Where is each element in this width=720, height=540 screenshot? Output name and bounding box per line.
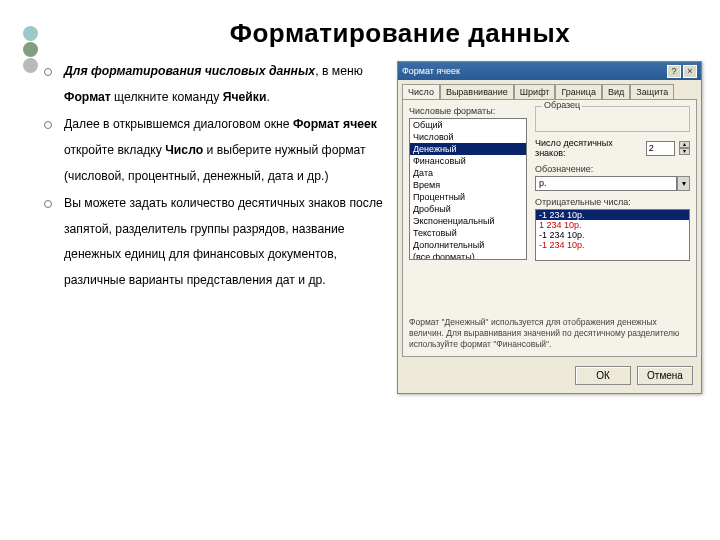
list-item[interactable]: Дробный (410, 203, 526, 215)
list-item[interactable]: (все форматы) (410, 251, 526, 260)
list-item[interactable]: -1 234 10р. (536, 230, 689, 240)
dialog-buttons: ОК Отмена (398, 361, 701, 393)
list-item[interactable]: -1 234 10р. (536, 240, 689, 250)
tab-protection[interactable]: Защита (630, 84, 674, 99)
slide: Форматирование данных Для форматирования… (0, 0, 720, 540)
chevron-down-icon[interactable]: ▾ (677, 176, 690, 191)
list-item[interactable]: Текстовый (410, 227, 526, 239)
list-item[interactable]: 1 234 10р. (536, 220, 689, 230)
dialog-screenshot: Формат ячеек ? × Число Выравнивание Шриф… (397, 59, 702, 394)
decimals-label: Число десятичных знаков: (535, 138, 642, 158)
dialog-titlebar[interactable]: Формат ячеек ? × (398, 62, 701, 80)
negative-label: Отрицательные числа: (535, 197, 690, 207)
bullet-2: Далее в открывшемся диалоговом окне Форм… (50, 112, 383, 189)
list-item-selected[interactable]: -1 234 10р. (536, 210, 689, 220)
slide-title: Форматирование данных (80, 18, 720, 49)
bullet-list: Для форматирования числовых данных, в ме… (50, 59, 383, 394)
dialog-title: Формат ячеек (402, 66, 665, 76)
options-pane: Образец Число десятичных знаков: 2 ▴▾ Об… (535, 106, 690, 261)
list-item[interactable]: Дополнительный (410, 239, 526, 251)
spin-buttons[interactable]: ▴▾ (679, 141, 690, 155)
list-item[interactable]: Экспоненциальный (410, 215, 526, 227)
chevron-down-icon[interactable]: ▾ (679, 148, 690, 155)
formats-listbox[interactable]: Общий Числовой Денежный Финансовый Дата … (409, 118, 527, 260)
list-item-selected[interactable]: Денежный (410, 143, 526, 155)
format-cells-dialog: Формат ячеек ? × Число Выравнивание Шриф… (397, 61, 702, 394)
list-item[interactable]: Числовой (410, 131, 526, 143)
sample-label: Образец (542, 100, 582, 110)
list-item[interactable]: Общий (410, 119, 526, 131)
tab-border[interactable]: Граница (555, 84, 602, 99)
list-item[interactable]: Время (410, 179, 526, 191)
format-hint: Формат "Денежный" используется для отобр… (409, 317, 690, 350)
list-item[interactable]: Процентный (410, 191, 526, 203)
cancel-button[interactable]: Отмена (637, 366, 693, 385)
formats-pane: Числовые форматы: Общий Числовой Денежны… (409, 106, 527, 260)
bullet-3: Вы можете задать количество десятичных з… (50, 191, 383, 294)
tab-panel: Числовые форматы: Общий Числовой Денежны… (402, 99, 697, 357)
decorative-dots (23, 26, 38, 73)
slide-body: Для форматирования числовых данных, в ме… (0, 59, 720, 394)
list-item[interactable]: Финансовый (410, 155, 526, 167)
tabs: Число Выравнивание Шрифт Граница Вид Защ… (398, 80, 701, 99)
sample-group: Образец (535, 106, 690, 132)
bullet-1: Для форматирования числовых данных, в ме… (50, 59, 383, 110)
tab-alignment[interactable]: Выравнивание (440, 84, 514, 99)
tab-number[interactable]: Число (402, 84, 440, 99)
formats-label: Числовые форматы: (409, 106, 527, 116)
negative-listbox[interactable]: -1 234 10р. 1 234 10р. -1 234 10р. -1 23… (535, 209, 690, 261)
help-button[interactable]: ? (667, 65, 681, 78)
decimals-input[interactable]: 2 (646, 141, 675, 156)
ok-button[interactable]: ОК (575, 366, 631, 385)
denomination-label: Обозначение: (535, 164, 690, 174)
tab-fill[interactable]: Вид (602, 84, 630, 99)
decimals-row: Число десятичных знаков: 2 ▴▾ (535, 138, 690, 158)
denomination-combo[interactable]: р. ▾ (535, 176, 690, 191)
list-item[interactable]: Дата (410, 167, 526, 179)
close-button[interactable]: × (683, 65, 697, 78)
denomination-value[interactable]: р. (535, 176, 677, 191)
tab-font[interactable]: Шрифт (514, 84, 556, 99)
chevron-up-icon[interactable]: ▴ (679, 141, 690, 148)
